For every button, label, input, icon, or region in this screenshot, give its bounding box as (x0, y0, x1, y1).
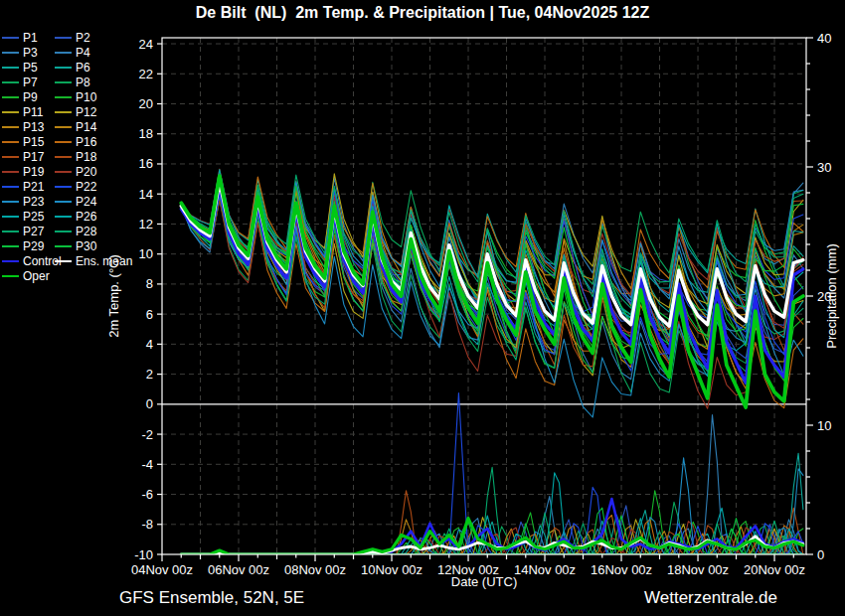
y-left-tick-label: -4 (141, 457, 153, 472)
y-right-tick-label: 10 (817, 418, 831, 433)
y-right-tick-label: 0 (817, 547, 824, 562)
y-left-tick-label: -10 (134, 547, 153, 562)
y-left-tick-label: 0 (146, 396, 153, 411)
y-left-tick-label: 16 (139, 156, 153, 171)
y-left-tick-label: 12 (139, 217, 153, 231)
y-left-tick-label: 2 (146, 367, 153, 382)
footer-model-info: GFS Ensemble, 52N, 5E (119, 588, 304, 608)
y-left-tick-label: 18 (139, 126, 153, 141)
y-left-tick-label: 4 (146, 337, 153, 352)
precip-line-P22 (181, 487, 803, 554)
y-left-tick-label: 14 (139, 187, 153, 202)
y-left-tick-label: -2 (141, 427, 153, 442)
footer-site-name: Wetterzentrale.de (644, 588, 777, 608)
ensemble-chart: 242220181614121086420-2-4-6-8-1001020304… (0, 0, 845, 616)
y-left-tick-label: 20 (139, 96, 153, 111)
y-left-tick-label: 8 (146, 276, 153, 291)
precip-line-P21 (181, 393, 803, 555)
y-left-tick-label: -8 (141, 517, 153, 532)
y-left-tick-label: 22 (139, 67, 153, 81)
y-axis-left-label: 2m Temp. (°C) (106, 254, 121, 338)
y-left-tick-label: 24 (139, 37, 153, 52)
y-left-tick-label: -6 (141, 487, 153, 502)
y-left-tick-label: 6 (146, 307, 153, 322)
y-axis-right-label: Precipitation (mm) (824, 243, 839, 348)
x-axis-label: Date (UTC) (0, 574, 845, 589)
y-right-tick-label: 40 (817, 31, 831, 46)
y-right-tick-label: 30 (817, 160, 831, 175)
y-left-tick-label: 10 (139, 246, 153, 261)
